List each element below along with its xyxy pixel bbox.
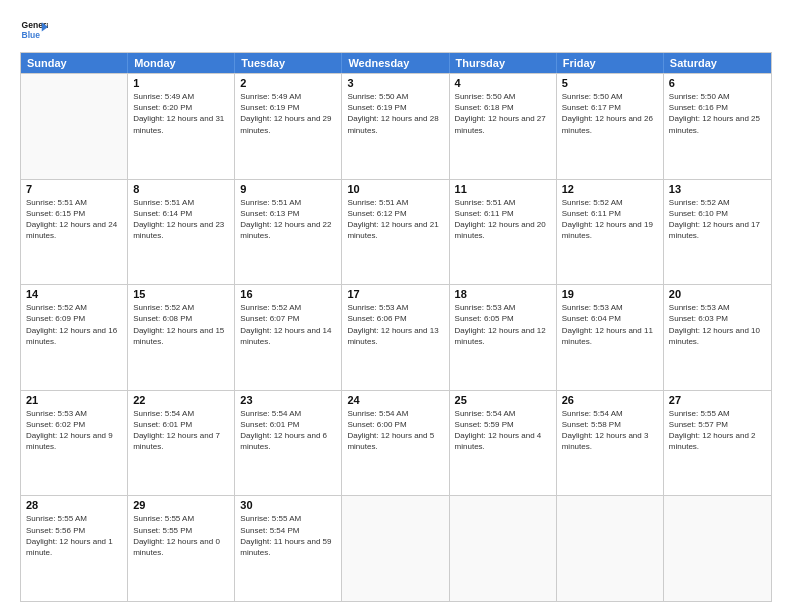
day-cell-29: 29Sunrise: 5:55 AMSunset: 5:55 PMDayligh…	[128, 496, 235, 601]
day-cell-28: 28Sunrise: 5:55 AMSunset: 5:56 PMDayligh…	[21, 496, 128, 601]
day-cell-22: 22Sunrise: 5:54 AMSunset: 6:01 PMDayligh…	[128, 391, 235, 496]
day-cell-2: 2Sunrise: 5:49 AMSunset: 6:19 PMDaylight…	[235, 74, 342, 179]
empty-cell	[557, 496, 664, 601]
day-info: Sunrise: 5:52 AMSunset: 6:10 PMDaylight:…	[669, 197, 766, 242]
weekday-friday: Friday	[557, 53, 664, 73]
logo-icon: General Blue	[20, 16, 48, 44]
empty-cell	[342, 496, 449, 601]
day-number: 28	[26, 499, 122, 511]
day-number: 30	[240, 499, 336, 511]
day-number: 16	[240, 288, 336, 300]
day-number: 7	[26, 183, 122, 195]
day-info: Sunrise: 5:53 AMSunset: 6:03 PMDaylight:…	[669, 302, 766, 347]
day-info: Sunrise: 5:51 AMSunset: 6:13 PMDaylight:…	[240, 197, 336, 242]
day-cell-14: 14Sunrise: 5:52 AMSunset: 6:09 PMDayligh…	[21, 285, 128, 390]
day-cell-9: 9Sunrise: 5:51 AMSunset: 6:13 PMDaylight…	[235, 180, 342, 285]
day-info: Sunrise: 5:52 AMSunset: 6:09 PMDaylight:…	[26, 302, 122, 347]
day-number: 25	[455, 394, 551, 406]
day-number: 19	[562, 288, 658, 300]
day-number: 13	[669, 183, 766, 195]
day-info: Sunrise: 5:53 AMSunset: 6:02 PMDaylight:…	[26, 408, 122, 453]
day-number: 2	[240, 77, 336, 89]
day-info: Sunrise: 5:52 AMSunset: 6:11 PMDaylight:…	[562, 197, 658, 242]
day-info: Sunrise: 5:53 AMSunset: 6:05 PMDaylight:…	[455, 302, 551, 347]
day-info: Sunrise: 5:52 AMSunset: 6:08 PMDaylight:…	[133, 302, 229, 347]
day-number: 20	[669, 288, 766, 300]
svg-text:Blue: Blue	[22, 30, 41, 40]
day-info: Sunrise: 5:51 AMSunset: 6:14 PMDaylight:…	[133, 197, 229, 242]
day-number: 10	[347, 183, 443, 195]
day-cell-23: 23Sunrise: 5:54 AMSunset: 6:01 PMDayligh…	[235, 391, 342, 496]
weekday-thursday: Thursday	[450, 53, 557, 73]
empty-cell	[21, 74, 128, 179]
day-info: Sunrise: 5:55 AMSunset: 5:57 PMDaylight:…	[669, 408, 766, 453]
weekday-wednesday: Wednesday	[342, 53, 449, 73]
day-cell-19: 19Sunrise: 5:53 AMSunset: 6:04 PMDayligh…	[557, 285, 664, 390]
day-number: 22	[133, 394, 229, 406]
day-info: Sunrise: 5:54 AMSunset: 5:59 PMDaylight:…	[455, 408, 551, 453]
day-cell-8: 8Sunrise: 5:51 AMSunset: 6:14 PMDaylight…	[128, 180, 235, 285]
day-number: 29	[133, 499, 229, 511]
calendar-row-1: 1Sunrise: 5:49 AMSunset: 6:20 PMDaylight…	[21, 73, 771, 179]
day-cell-13: 13Sunrise: 5:52 AMSunset: 6:10 PMDayligh…	[664, 180, 771, 285]
day-info: Sunrise: 5:54 AMSunset: 6:01 PMDaylight:…	[240, 408, 336, 453]
day-cell-27: 27Sunrise: 5:55 AMSunset: 5:57 PMDayligh…	[664, 391, 771, 496]
calendar-row-3: 14Sunrise: 5:52 AMSunset: 6:09 PMDayligh…	[21, 284, 771, 390]
day-number: 21	[26, 394, 122, 406]
day-number: 14	[26, 288, 122, 300]
day-cell-17: 17Sunrise: 5:53 AMSunset: 6:06 PMDayligh…	[342, 285, 449, 390]
day-cell-6: 6Sunrise: 5:50 AMSunset: 6:16 PMDaylight…	[664, 74, 771, 179]
day-number: 5	[562, 77, 658, 89]
weekday-saturday: Saturday	[664, 53, 771, 73]
day-number: 17	[347, 288, 443, 300]
day-number: 1	[133, 77, 229, 89]
calendar-row-4: 21Sunrise: 5:53 AMSunset: 6:02 PMDayligh…	[21, 390, 771, 496]
calendar-row-5: 28Sunrise: 5:55 AMSunset: 5:56 PMDayligh…	[21, 495, 771, 601]
day-info: Sunrise: 5:51 AMSunset: 6:12 PMDaylight:…	[347, 197, 443, 242]
day-info: Sunrise: 5:52 AMSunset: 6:07 PMDaylight:…	[240, 302, 336, 347]
empty-cell	[664, 496, 771, 601]
day-cell-20: 20Sunrise: 5:53 AMSunset: 6:03 PMDayligh…	[664, 285, 771, 390]
day-info: Sunrise: 5:54 AMSunset: 6:00 PMDaylight:…	[347, 408, 443, 453]
day-number: 15	[133, 288, 229, 300]
calendar-body: 1Sunrise: 5:49 AMSunset: 6:20 PMDaylight…	[21, 73, 771, 601]
day-number: 4	[455, 77, 551, 89]
day-info: Sunrise: 5:51 AMSunset: 6:11 PMDaylight:…	[455, 197, 551, 242]
day-cell-5: 5Sunrise: 5:50 AMSunset: 6:17 PMDaylight…	[557, 74, 664, 179]
day-info: Sunrise: 5:54 AMSunset: 5:58 PMDaylight:…	[562, 408, 658, 453]
day-info: Sunrise: 5:53 AMSunset: 6:06 PMDaylight:…	[347, 302, 443, 347]
day-number: 8	[133, 183, 229, 195]
day-info: Sunrise: 5:49 AMSunset: 6:19 PMDaylight:…	[240, 91, 336, 136]
day-cell-25: 25Sunrise: 5:54 AMSunset: 5:59 PMDayligh…	[450, 391, 557, 496]
logo: General Blue	[20, 16, 54, 44]
day-info: Sunrise: 5:53 AMSunset: 6:04 PMDaylight:…	[562, 302, 658, 347]
day-cell-7: 7Sunrise: 5:51 AMSunset: 6:15 PMDaylight…	[21, 180, 128, 285]
day-cell-15: 15Sunrise: 5:52 AMSunset: 6:08 PMDayligh…	[128, 285, 235, 390]
day-cell-30: 30Sunrise: 5:55 AMSunset: 5:54 PMDayligh…	[235, 496, 342, 601]
calendar: SundayMondayTuesdayWednesdayThursdayFrid…	[20, 52, 772, 602]
day-number: 6	[669, 77, 766, 89]
day-info: Sunrise: 5:49 AMSunset: 6:20 PMDaylight:…	[133, 91, 229, 136]
day-cell-3: 3Sunrise: 5:50 AMSunset: 6:19 PMDaylight…	[342, 74, 449, 179]
day-cell-18: 18Sunrise: 5:53 AMSunset: 6:05 PMDayligh…	[450, 285, 557, 390]
day-info: Sunrise: 5:50 AMSunset: 6:19 PMDaylight:…	[347, 91, 443, 136]
day-cell-26: 26Sunrise: 5:54 AMSunset: 5:58 PMDayligh…	[557, 391, 664, 496]
day-cell-10: 10Sunrise: 5:51 AMSunset: 6:12 PMDayligh…	[342, 180, 449, 285]
day-number: 9	[240, 183, 336, 195]
day-info: Sunrise: 5:50 AMSunset: 6:16 PMDaylight:…	[669, 91, 766, 136]
day-number: 26	[562, 394, 658, 406]
day-cell-21: 21Sunrise: 5:53 AMSunset: 6:02 PMDayligh…	[21, 391, 128, 496]
day-cell-16: 16Sunrise: 5:52 AMSunset: 6:07 PMDayligh…	[235, 285, 342, 390]
weekday-sunday: Sunday	[21, 53, 128, 73]
day-number: 27	[669, 394, 766, 406]
weekday-tuesday: Tuesday	[235, 53, 342, 73]
calendar-row-2: 7Sunrise: 5:51 AMSunset: 6:15 PMDaylight…	[21, 179, 771, 285]
calendar-header: SundayMondayTuesdayWednesdayThursdayFrid…	[21, 53, 771, 73]
day-info: Sunrise: 5:55 AMSunset: 5:54 PMDaylight:…	[240, 513, 336, 558]
empty-cell	[450, 496, 557, 601]
day-info: Sunrise: 5:55 AMSunset: 5:56 PMDaylight:…	[26, 513, 122, 558]
day-info: Sunrise: 5:51 AMSunset: 6:15 PMDaylight:…	[26, 197, 122, 242]
day-number: 12	[562, 183, 658, 195]
day-cell-11: 11Sunrise: 5:51 AMSunset: 6:11 PMDayligh…	[450, 180, 557, 285]
day-number: 11	[455, 183, 551, 195]
